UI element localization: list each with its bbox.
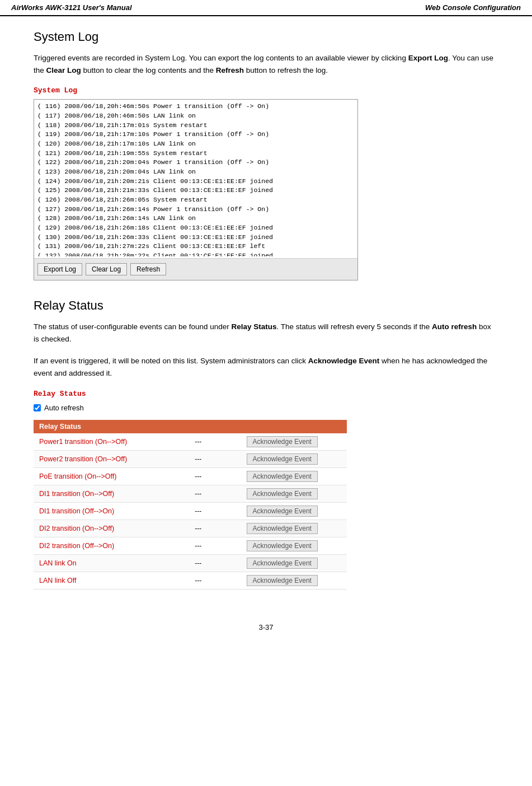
auto-refresh-bold: Auto refresh (432, 322, 477, 331)
table-row: Power2 transition (On-->Off)---Acknowled… (34, 450, 347, 467)
log-buttons-bar: Export Log Clear Log Refresh (34, 258, 357, 280)
relay-status-intro2: If an event is triggered, it will be not… (34, 355, 498, 379)
system-log-label: System Log (34, 86, 498, 95)
acknowledge-event-button[interactable]: Acknowledge Event (247, 558, 318, 569)
table-row: DI2 transition (On-->Off)---Acknowledge … (34, 520, 347, 537)
system-log-title: System Log (34, 30, 498, 44)
relay-status: --- (189, 502, 217, 520)
relay-table: Relay Status Power1 transition (On-->Off… (34, 420, 347, 590)
acknowledge-event-button[interactable]: Acknowledge Event (247, 523, 318, 534)
table-row: LAN link Off---Acknowledge Event (34, 572, 347, 589)
export-log-button[interactable]: Export Log (37, 263, 82, 275)
relay-ack-cell: Acknowledge Event (217, 450, 347, 467)
intro-text1: Triggered events are recorded in System … (34, 54, 408, 62)
page-number: 3-37 (258, 623, 273, 631)
relay-status-label: Relay Status (34, 390, 498, 398)
page-header: AirWorks AWK-3121 User's Manual Web Cons… (0, 0, 532, 16)
refresh-button[interactable]: Refresh (130, 263, 166, 275)
relay-event-name: PoE transition (On-->Off) (34, 467, 189, 485)
relay-ack-cell: Acknowledge Event (217, 572, 347, 589)
relay-status: --- (189, 520, 217, 537)
table-row: DI1 transition (Off-->On)---Acknowledge … (34, 502, 347, 520)
relay-event-name: DI2 transition (On-->Off) (34, 520, 189, 537)
acknowledge-event-button[interactable]: Acknowledge Event (247, 453, 318, 465)
relay-status: --- (189, 485, 217, 502)
relay-intro-text2: . The status will refresh every 5 second… (277, 322, 432, 331)
relay-status-title: Relay Status (34, 298, 498, 313)
acknowledge-event-button[interactable]: Acknowledge Event (247, 506, 318, 517)
relay-status: --- (189, 572, 217, 589)
relay-ack-cell: Acknowledge Event (217, 537, 347, 554)
relay-status: --- (189, 467, 217, 485)
clear-log-bold: Clear Log (46, 66, 81, 74)
acknowledge-bold: Acknowledge Event (308, 357, 380, 365)
relay-ack-cell: Acknowledge Event (217, 520, 347, 537)
acknowledge-event-button[interactable]: Acknowledge Event (247, 540, 318, 551)
header-right: Web Console Configuration (425, 3, 521, 12)
relay-event-name: LAN link Off (34, 572, 189, 589)
table-row: DI1 transition (On-->Off)---Acknowledge … (34, 485, 347, 502)
table-row: LAN link On---Acknowledge Event (34, 554, 347, 572)
acknowledge-event-button[interactable]: Acknowledge Event (247, 436, 318, 447)
acknowledge-event-button[interactable]: Acknowledge Event (247, 471, 318, 482)
relay-status: --- (189, 433, 217, 451)
relay-event-name: DI1 transition (Off-->On) (34, 502, 189, 520)
relay-status-bold: Relay Status (231, 322, 276, 331)
relay-ack-cell: Acknowledge Event (217, 467, 347, 485)
intro-text4: button to refresh the log. (244, 66, 328, 74)
relay-ack-cell: Acknowledge Event (217, 433, 347, 451)
main-content: System Log Triggered events are recorded… (0, 16, 532, 612)
export-log-bold: Export Log (408, 54, 448, 62)
acknowledge-event-button[interactable]: Acknowledge Event (247, 575, 318, 586)
relay-intro-text1: The status of user-configurable events c… (34, 322, 231, 331)
relay-event-name: DI2 transition (Off-->On) (34, 537, 189, 554)
auto-refresh-label[interactable]: Auto refresh (44, 404, 84, 412)
refresh-bold: Refresh (216, 66, 244, 74)
relay-ack-cell: Acknowledge Event (217, 485, 347, 502)
auto-refresh-row: Auto refresh (34, 404, 498, 412)
page-footer: 3-37 (0, 612, 532, 643)
relay-status: --- (189, 554, 217, 572)
relay-status-intro1: The status of user-configurable events c… (34, 321, 498, 345)
log-box-wrapper: Export Log Clear Log Refresh (34, 99, 358, 280)
relay-event-name: DI1 transition (On-->Off) (34, 485, 189, 502)
table-row: DI2 transition (Off-->On)---Acknowledge … (34, 537, 347, 554)
intro-text3: button to clear the log contents and the (81, 66, 216, 74)
acknowledge-event-button[interactable]: Acknowledge Event (247, 488, 318, 499)
auto-refresh-checkbox[interactable] (34, 404, 41, 411)
header-left: AirWorks AWK-3121 User's Manual (11, 3, 132, 12)
table-row: PoE transition (On-->Off)---Acknowledge … (34, 467, 347, 485)
relay-ack-cell: Acknowledge Event (217, 554, 347, 572)
clear-log-button[interactable]: Clear Log (86, 263, 127, 275)
relay-table-header: Relay Status (34, 420, 347, 433)
relay-event-name: Power2 transition (On-->Off) (34, 450, 189, 467)
relay-status: --- (189, 537, 217, 554)
relay-ack-cell: Acknowledge Event (217, 502, 347, 520)
log-content[interactable] (34, 100, 357, 256)
relay-event-name: Power1 transition (On-->Off) (34, 433, 189, 451)
relay-event-name: LAN link On (34, 554, 189, 572)
relay-intro-text4: If an event is triggered, it will be not… (34, 357, 308, 365)
relay-status: --- (189, 450, 217, 467)
system-log-intro: Triggered events are recorded in System … (34, 52, 498, 76)
table-row: Power1 transition (On-->Off)---Acknowled… (34, 433, 347, 451)
